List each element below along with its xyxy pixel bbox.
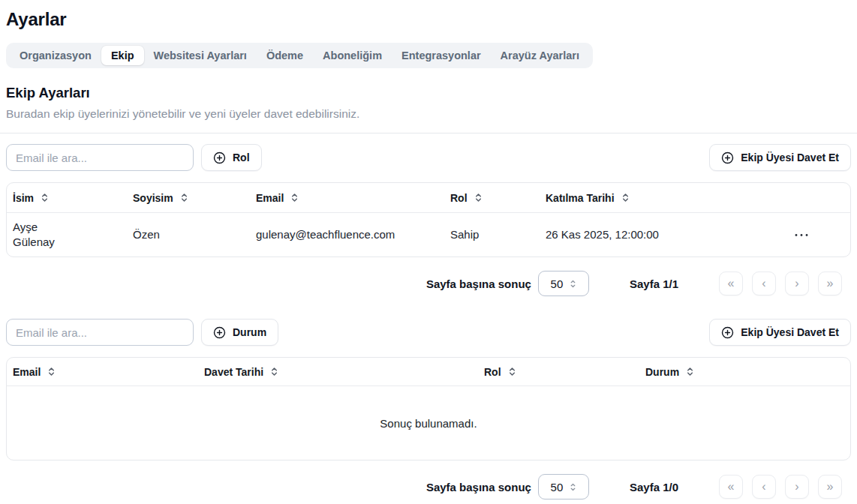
empty-state: Sonuç bulunamadı. xyxy=(7,386,850,460)
plus-circle-icon xyxy=(213,152,226,164)
per-page-select-2[interactable]: 50 xyxy=(538,474,589,500)
prev-page-button[interactable]: ‹ xyxy=(752,475,776,499)
invites-table-header: Email Davet Tarihi Rol Durum xyxy=(7,358,850,386)
column-header-durum[interactable]: Durum xyxy=(639,366,850,378)
select-caret-icon xyxy=(570,482,576,492)
column-header-soyisim[interactable]: Soyisim xyxy=(127,192,250,204)
members-table-header: İsim Soyisim Email Rol Katılma Tarihi xyxy=(7,183,850,213)
invite-member-label: Ekip Üyesi Davet Et xyxy=(741,152,839,164)
ellipsis-icon xyxy=(795,233,808,237)
per-page-value: 50 xyxy=(551,278,564,290)
cell-first-name: Ayşe Gülenay xyxy=(7,220,127,250)
section-subtitle: Buradan ekip üyelerinizi yönetebilir ve … xyxy=(6,106,851,122)
tab-ekip[interactable]: Ekip xyxy=(101,46,144,65)
per-page-value: 50 xyxy=(551,481,564,494)
cell-email: gulenay@teachfluence.com xyxy=(250,227,444,242)
members-pagination: Sayfa başına sonuç 50 Sayfa 1/1 « ‹ › » xyxy=(6,270,851,297)
cell-joined-at: 26 Kas 2025, 12:00:00 xyxy=(540,227,707,242)
plus-circle-icon xyxy=(721,326,734,339)
invites-pagination: Sayfa başına sonuç 50 Sayfa 1/0 « ‹ › » xyxy=(6,473,851,500)
invites-search-input[interactable] xyxy=(6,319,194,346)
tab-organizasyon[interactable]: Organizasyon xyxy=(10,46,101,65)
members-table: İsim Soyisim Email Rol Katılma Tarihi Ay… xyxy=(6,182,851,257)
column-header-katilma-tarihi[interactable]: Katılma Tarihi xyxy=(540,192,707,204)
sort-icon xyxy=(290,193,299,202)
column-header-email[interactable]: Email xyxy=(7,366,198,378)
row-menu-button[interactable] xyxy=(790,229,813,242)
prev-page-button[interactable]: ‹ xyxy=(752,272,776,296)
invite-member-button[interactable]: Ekip Üyesi Davet Et xyxy=(709,144,851,171)
tab-websitesi-ayarlari[interactable]: Websitesi Ayarları xyxy=(144,46,257,65)
sort-icon xyxy=(180,193,188,202)
pager-buttons: « ‹ › » xyxy=(719,272,842,296)
next-page-button[interactable]: › xyxy=(785,272,809,296)
sort-icon xyxy=(508,367,516,376)
last-page-button[interactable]: » xyxy=(818,272,842,296)
first-page-button[interactable]: « xyxy=(719,272,743,296)
status-filter-label: Durum xyxy=(233,326,266,338)
tab-abonelgim[interactable]: Aboneliğim xyxy=(313,46,392,65)
page-status: Sayfa 1/0 xyxy=(630,481,678,494)
members-search-input[interactable] xyxy=(6,144,194,171)
members-toolbar: Rol Ekip Üyesi Davet Et xyxy=(6,144,851,171)
column-header-email[interactable]: Email xyxy=(250,192,444,204)
column-header-rol[interactable]: Rol xyxy=(478,366,639,378)
settings-tabs: Organizasyon Ekip Websitesi Ayarları Öde… xyxy=(6,43,593,68)
sort-icon xyxy=(686,367,694,376)
per-page-label: Sayfa başına sonuç xyxy=(426,278,531,290)
next-page-button[interactable]: › xyxy=(785,475,809,499)
sort-icon xyxy=(474,193,483,202)
invites-toolbar: Durum Ekip Üyesi Davet Et xyxy=(6,319,851,346)
per-page-label: Sayfa başına sonuç xyxy=(426,481,531,494)
invites-table: Email Davet Tarihi Rol Durum Sonuç bulun… xyxy=(6,357,851,460)
tab-odeme[interactable]: Ödeme xyxy=(257,46,313,65)
column-header-davet-tarihi[interactable]: Davet Tarihi xyxy=(198,366,478,378)
cell-role: Sahip xyxy=(444,227,540,242)
page-status: Sayfa 1/1 xyxy=(630,278,678,290)
page-title: Ayarlar xyxy=(6,8,851,32)
divider xyxy=(0,133,857,134)
section-title: Ekip Ayarları xyxy=(6,83,851,102)
first-page-button[interactable]: « xyxy=(719,475,743,499)
pager-buttons: « ‹ › » xyxy=(719,475,842,499)
last-page-button[interactable]: » xyxy=(818,475,842,499)
column-header-isim[interactable]: İsim xyxy=(7,192,127,204)
sort-icon xyxy=(270,367,278,376)
select-caret-icon xyxy=(570,279,576,289)
sort-icon xyxy=(41,193,49,202)
cell-last-name: Özen xyxy=(127,227,250,242)
table-row: Ayşe Gülenay Özen gulenay@teachfluence.c… xyxy=(7,213,850,256)
settings-page: Ayarlar Organizasyon Ekip Websitesi Ayar… xyxy=(0,0,857,500)
sort-icon xyxy=(621,193,630,202)
plus-circle-icon xyxy=(213,326,226,339)
role-filter-label: Rol xyxy=(233,152,250,164)
column-header-rol[interactable]: Rol xyxy=(444,192,540,204)
sort-icon xyxy=(47,367,56,376)
per-page-select[interactable]: 50 xyxy=(538,271,589,296)
tab-entegrasyonlar[interactable]: Entegrasyonlar xyxy=(392,46,491,65)
role-filter-button[interactable]: Rol xyxy=(201,144,262,171)
tab-arayuz-ayarlari[interactable]: Arayüz Ayarları xyxy=(491,46,589,65)
cell-actions xyxy=(707,229,850,242)
invite-member-button-2[interactable]: Ekip Üyesi Davet Et xyxy=(709,319,851,346)
invite-member-label: Ekip Üyesi Davet Et xyxy=(741,326,839,338)
plus-circle-icon xyxy=(721,152,734,164)
status-filter-button[interactable]: Durum xyxy=(201,319,278,346)
empty-state-text: Sonuç bulunamadı. xyxy=(380,417,477,430)
